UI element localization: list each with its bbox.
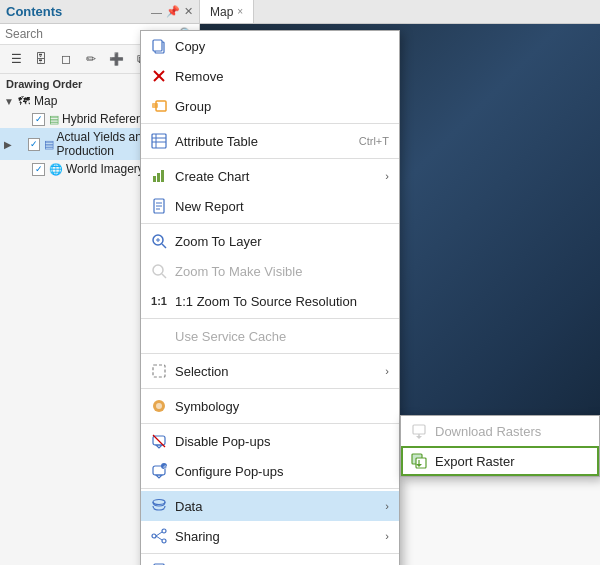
zoom-source-label: 1:1 Zoom To Source Resolution — [175, 294, 389, 309]
svg-rect-50 — [413, 425, 425, 434]
world-icon: 🌐 — [49, 163, 63, 176]
edit-btn[interactable]: ✏ — [80, 48, 102, 70]
svg-marker-30 — [156, 475, 162, 478]
remove-icon — [149, 66, 169, 86]
menu-item-configure-popups[interactable]: ⚙ Configure Pop-ups — [141, 456, 399, 486]
world-label: World Imagery — [66, 162, 144, 176]
disable-popups-label: Disable Pop-ups — [175, 434, 389, 449]
copy-label: Copy — [175, 39, 389, 54]
export-raster-label: Export Raster — [435, 454, 589, 469]
svg-rect-6 — [152, 134, 166, 148]
menu-item-selection[interactable]: Selection › — [141, 356, 399, 386]
service-cache-icon — [149, 326, 169, 346]
configure-popups-icon: ⚙ — [149, 461, 169, 481]
submenu-item-export[interactable]: Export Raster — [401, 446, 599, 476]
menu-item-copy[interactable]: Copy — [141, 31, 399, 61]
menu-item-view-metadata[interactable]: View Metadata — [141, 556, 399, 565]
zoom-visible-icon — [149, 261, 169, 281]
sharing-label: Sharing — [175, 529, 385, 544]
attribute-table-label: Attribute Table — [175, 134, 339, 149]
download-rasters-icon — [409, 421, 429, 441]
svg-text:⚙: ⚙ — [163, 464, 167, 470]
separator-4 — [141, 318, 399, 319]
separator-9 — [141, 553, 399, 554]
zoom-layer-icon — [149, 231, 169, 251]
menu-item-zoom-layer[interactable]: Zoom To Layer — [141, 226, 399, 256]
svg-point-34 — [162, 529, 166, 533]
sharing-icon — [149, 526, 169, 546]
context-menu: Copy Remove Group Attribute Table Ctrl+T… — [140, 30, 400, 565]
create-chart-label: Create Chart — [175, 169, 385, 184]
symbology-icon — [149, 396, 169, 416]
group-icon — [149, 96, 169, 116]
copy-icon — [149, 36, 169, 56]
menu-item-zoom-source[interactable]: 1:1 1:1 Zoom To Source Resolution — [141, 286, 399, 316]
selection-arrow: › — [385, 365, 389, 377]
data-icon — [149, 496, 169, 516]
db-icon-btn[interactable]: 🗄 — [30, 48, 52, 70]
export-raster-icon — [409, 451, 429, 471]
symbology-label: Symbology — [175, 399, 389, 414]
yields-checkbox[interactable]: ✓ — [28, 138, 40, 151]
svg-rect-23 — [153, 365, 165, 377]
map-icon: 🗺 — [18, 94, 30, 108]
create-chart-icon — [149, 166, 169, 186]
menu-item-zoom-visible: Zoom To Make Visible — [141, 256, 399, 286]
service-cache-label: Use Service Cache — [175, 329, 389, 344]
tree-arrow-yields: ▶ — [4, 139, 15, 150]
group-label: Group — [175, 99, 389, 114]
menu-item-new-report[interactable]: New Report — [141, 191, 399, 221]
attribute-table-shortcut: Ctrl+T — [359, 135, 389, 147]
submenu-item-download: Download Rasters — [401, 416, 599, 446]
svg-marker-52 — [416, 436, 422, 439]
create-chart-arrow: › — [385, 170, 389, 182]
separator-2 — [141, 158, 399, 159]
map-tab[interactable]: Map × — [200, 0, 254, 23]
svg-point-25 — [156, 403, 162, 409]
map-tab-bar: Map × — [200, 0, 600, 24]
svg-rect-4 — [152, 103, 158, 108]
menu-item-disable-popups[interactable]: Disable Pop-ups — [141, 426, 399, 456]
map-label: Map — [34, 94, 57, 108]
separator-1 — [141, 123, 399, 124]
map-tab-label: Map — [210, 5, 233, 19]
remove-label: Remove — [175, 69, 389, 84]
hybrid-icon: ▤ — [49, 113, 59, 126]
svg-rect-54 — [416, 458, 426, 468]
filter-btn[interactable]: ◻ — [55, 48, 77, 70]
pin-icon[interactable]: 📌 — [166, 5, 180, 18]
svg-line-38 — [156, 536, 162, 540]
view-metadata-icon — [149, 561, 169, 565]
separator-3 — [141, 223, 399, 224]
menu-item-remove[interactable]: Remove — [141, 61, 399, 91]
svg-line-22 — [162, 274, 166, 278]
svg-point-36 — [152, 534, 156, 538]
add-btn[interactable]: ➕ — [105, 48, 127, 70]
svg-rect-11 — [157, 173, 160, 182]
separator-6 — [141, 388, 399, 389]
configure-popups-label: Configure Pop-ups — [175, 464, 389, 479]
zoom-layer-label: Zoom To Layer — [175, 234, 389, 249]
zoom-source-icon: 1:1 — [149, 291, 169, 311]
new-report-icon — [149, 196, 169, 216]
contents-title: Contents — [6, 4, 62, 19]
map-tab-close[interactable]: × — [237, 6, 243, 17]
menu-item-data[interactable]: Data › — [141, 491, 399, 521]
menu-item-attribute-table[interactable]: Attribute Table Ctrl+T — [141, 126, 399, 156]
list-view-btn[interactable]: ☰ — [5, 48, 27, 70]
close-panel-icon[interactable]: ✕ — [184, 5, 193, 18]
menu-item-symbology[interactable]: Symbology — [141, 391, 399, 421]
svg-line-18 — [162, 244, 166, 248]
hybrid-checkbox[interactable]: ✓ — [32, 113, 45, 126]
world-checkbox[interactable]: ✓ — [32, 163, 45, 176]
selection-icon — [149, 361, 169, 381]
svg-marker-27 — [156, 445, 162, 448]
menu-item-group[interactable]: Group — [141, 91, 399, 121]
menu-item-create-chart[interactable]: Create Chart › — [141, 161, 399, 191]
download-rasters-label: Download Rasters — [435, 424, 589, 439]
new-report-label: New Report — [175, 199, 389, 214]
menu-item-sharing[interactable]: Sharing › — [141, 521, 399, 551]
data-submenu: Download Rasters Export Raster — [400, 415, 600, 477]
minimize-icon[interactable]: — — [151, 6, 162, 18]
header-icons: — 📌 ✕ — [151, 5, 193, 18]
